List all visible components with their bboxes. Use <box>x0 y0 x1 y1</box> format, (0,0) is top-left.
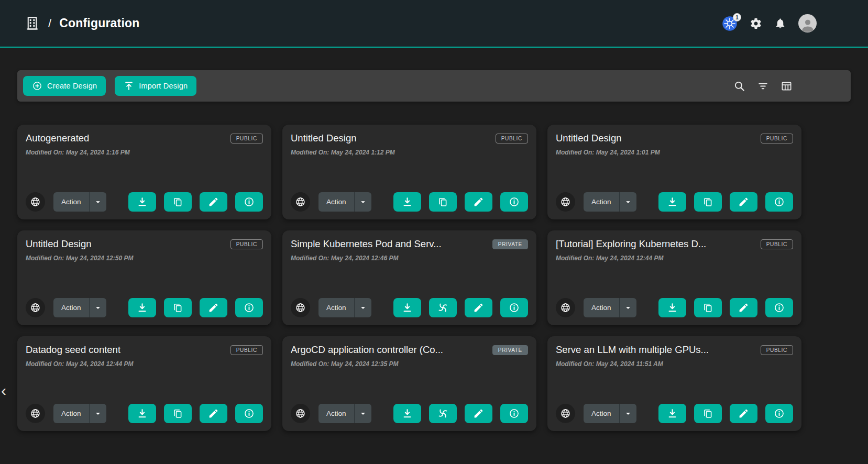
edit-button[interactable] <box>465 404 492 423</box>
info-icon <box>509 408 520 419</box>
action-split-button: Action <box>318 404 371 423</box>
deploy-button[interactable] <box>429 298 457 317</box>
swirl-icon <box>437 408 448 419</box>
info-button[interactable] <box>235 298 263 317</box>
action-button[interactable]: Action <box>584 192 619 212</box>
download-button[interactable] <box>658 404 686 423</box>
pencil-icon <box>208 196 219 207</box>
edit-button[interactable] <box>730 192 757 212</box>
edit-button[interactable] <box>200 192 227 212</box>
info-button[interactable] <box>765 298 793 317</box>
caret-down-icon <box>623 408 633 419</box>
visibility-globe-button[interactable] <box>291 404 310 423</box>
action-dropdown-button[interactable] <box>89 192 106 212</box>
modified-on-text: Modified On: May 24, 2024 1:16 PM <box>26 149 263 156</box>
download-button[interactable] <box>393 404 421 423</box>
card-quick-actions <box>128 298 263 317</box>
info-button[interactable] <box>765 404 793 423</box>
action-dropdown-button[interactable] <box>354 192 371 212</box>
download-button[interactable] <box>393 298 421 317</box>
action-button[interactable]: Action <box>53 298 89 317</box>
download-button[interactable] <box>128 298 156 317</box>
copy-icon <box>172 408 183 419</box>
info-icon <box>244 302 255 313</box>
info-button[interactable] <box>500 404 528 423</box>
edit-button[interactable] <box>730 298 757 317</box>
download-button[interactable] <box>128 192 156 212</box>
toolbar-view-controls <box>733 80 845 92</box>
building-icon[interactable] <box>24 15 40 31</box>
edit-button[interactable] <box>200 298 227 317</box>
visibility-globe-button[interactable] <box>26 298 45 317</box>
action-dropdown-button[interactable] <box>619 192 636 212</box>
action-dropdown-button[interactable] <box>354 298 371 317</box>
action-dropdown-button[interactable] <box>619 404 636 423</box>
clone-button[interactable] <box>164 192 192 212</box>
visibility-badge: PUBLIC <box>761 345 793 355</box>
caret-down-icon <box>93 303 103 313</box>
visibility-globe-button[interactable] <box>556 192 575 212</box>
user-avatar[interactable] <box>798 14 817 32</box>
download-button[interactable] <box>128 404 156 423</box>
action-button[interactable]: Action <box>318 298 354 317</box>
action-button[interactable]: Action <box>53 404 89 423</box>
clone-button[interactable] <box>694 298 722 317</box>
visibility-globe-button[interactable] <box>26 192 45 212</box>
info-button[interactable] <box>500 192 528 212</box>
visibility-globe-button[interactable] <box>556 404 575 423</box>
clone-button[interactable] <box>429 192 457 212</box>
info-button[interactable] <box>765 192 793 212</box>
design-title: Untitled Design <box>291 132 356 144</box>
info-button[interactable] <box>235 192 263 212</box>
import-design-button[interactable]: Import Design <box>115 76 196 96</box>
card-quick-actions <box>658 192 793 212</box>
bell-icon <box>774 17 786 29</box>
visibility-globe-button[interactable] <box>26 404 45 423</box>
action-button[interactable]: Action <box>318 404 354 423</box>
design-card: Untitled Design PUBLIC Modified On: May … <box>17 230 271 325</box>
edit-button[interactable] <box>465 192 492 212</box>
search-button[interactable] <box>733 80 745 92</box>
person-icon <box>800 17 816 32</box>
download-button[interactable] <box>658 298 686 317</box>
clone-button[interactable] <box>164 404 192 423</box>
action-button[interactable]: Action <box>318 192 354 212</box>
edit-button[interactable] <box>200 404 227 423</box>
download-button[interactable] <box>393 192 421 212</box>
design-title: Datadog seed content <box>26 344 120 356</box>
action-dropdown-button[interactable] <box>89 404 106 423</box>
download-button[interactable] <box>658 192 686 212</box>
pencil-icon <box>208 408 219 419</box>
drawer-collapse-button[interactable]: ‹ <box>1 383 6 399</box>
visibility-globe-button[interactable] <box>556 298 575 317</box>
clone-button[interactable] <box>164 298 192 317</box>
kubernetes-context-button[interactable]: 1 <box>722 16 738 31</box>
action-dropdown-button[interactable] <box>354 404 371 423</box>
edit-button[interactable] <box>465 298 492 317</box>
info-button[interactable] <box>235 404 263 423</box>
visibility-globe-button[interactable] <box>291 192 310 212</box>
action-button[interactable]: Action <box>584 404 619 423</box>
action-dropdown-button[interactable] <box>619 298 636 317</box>
action-split-button: Action <box>318 298 371 317</box>
visibility-globe-button[interactable] <box>291 298 310 317</box>
notifications-button[interactable] <box>774 17 786 29</box>
modified-on-text: Modified On: May 24, 2024 12:35 PM <box>291 360 528 368</box>
edit-button[interactable] <box>730 404 757 423</box>
deploy-button[interactable] <box>429 404 457 423</box>
create-design-button[interactable]: Create Design <box>23 76 106 96</box>
card-action-row: Action <box>556 404 793 423</box>
settings-button[interactable] <box>750 17 762 30</box>
action-dropdown-button[interactable] <box>89 298 106 317</box>
table-view-button[interactable] <box>781 80 793 92</box>
globe-icon <box>295 196 306 207</box>
action-button[interactable]: Action <box>53 192 89 212</box>
clone-button[interactable] <box>694 192 722 212</box>
action-button[interactable]: Action <box>584 298 619 317</box>
clone-button[interactable] <box>694 404 722 423</box>
context-count-badge: 1 <box>733 13 741 21</box>
info-button[interactable] <box>500 298 528 317</box>
filter-button[interactable] <box>757 80 769 92</box>
search-icon <box>733 80 745 92</box>
download-icon <box>402 408 413 419</box>
